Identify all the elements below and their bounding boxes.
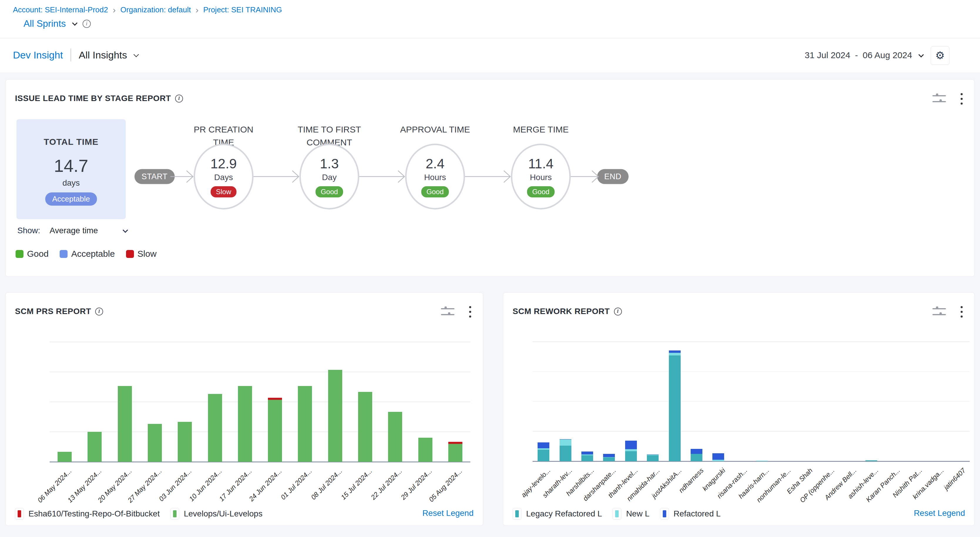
gear-icon: ⚙ — [935, 49, 945, 62]
bar-segment[interactable] — [603, 458, 615, 461]
stage-rating-badge: Slow — [211, 186, 237, 197]
legend-swatch — [660, 508, 669, 520]
bar-segment[interactable] — [581, 451, 593, 454]
reset-legend-link[interactable]: Reset Legend — [422, 508, 474, 518]
bar-segment[interactable] — [865, 460, 877, 461]
bar-segment[interactable] — [647, 455, 659, 455]
bar-segment[interactable] — [538, 450, 549, 461]
stage-node[interactable]: 12.9DaysSlow — [194, 144, 253, 210]
bar-segment[interactable] — [625, 441, 637, 450]
bar-segment[interactable] — [268, 400, 282, 462]
bar-segment[interactable] — [418, 438, 433, 462]
bar-segment[interactable] — [669, 356, 681, 461]
bar-segment[interactable] — [756, 461, 768, 461]
legend-item[interactable]: Levelops/Ui-Levelops — [170, 508, 262, 520]
dev-insight-link[interactable]: Dev Insight — [13, 49, 63, 61]
bar-segment[interactable] — [625, 449, 637, 451]
bar-segment[interactable] — [603, 454, 615, 457]
breadcrumb-item[interactable]: Organization: default — [121, 5, 191, 14]
x-axis-line — [533, 461, 970, 462]
bar-segment[interactable] — [268, 398, 282, 400]
legend-item[interactable]: New L — [612, 508, 649, 520]
bar-segment[interactable] — [448, 444, 462, 462]
sprint-selector-label: All Sprints — [24, 18, 66, 29]
reset-legend-link[interactable]: Reset Legend — [914, 508, 965, 518]
bar-segment[interactable] — [647, 454, 659, 455]
breadcrumb-item[interactable]: Project: SEI TRAINING — [203, 5, 282, 14]
bar-segment[interactable] — [388, 412, 402, 462]
x-tick-label: 15 Jul 2024... — [339, 467, 374, 502]
legend-label: Esha610/Testing-Repo-Of-Bitbucket — [29, 509, 160, 518]
lead-time-flow: STARTENDPR CREATION TIME12.9DaysSlowTIME… — [6, 79, 974, 276]
bar-segment[interactable] — [560, 439, 571, 440]
gridline — [49, 432, 470, 432]
insight-switcher[interactable]: All Insights — [79, 49, 127, 61]
flow-arrow — [253, 167, 299, 186]
legend-item[interactable]: Refactored L — [660, 508, 721, 520]
stage-node[interactable]: 2.4HoursGood — [405, 144, 465, 210]
plot-area — [49, 342, 470, 462]
chevron-down-icon[interactable] — [134, 52, 138, 57]
gridline — [533, 431, 970, 432]
issue-lead-time-panel: ISSUE LEAD TIME BY STAGE REPORT i TOTAL … — [5, 79, 975, 277]
stage-node[interactable]: 1.3DayGood — [299, 144, 359, 210]
bar-segment[interactable] — [298, 386, 312, 462]
bar-segment[interactable] — [560, 446, 571, 461]
flow-start-pill: START — [135, 169, 175, 184]
bar-segment[interactable] — [238, 386, 252, 462]
stage-value: 12.9 — [210, 156, 237, 172]
bar-segment[interactable] — [581, 454, 593, 455]
bar-segment[interactable] — [148, 424, 162, 462]
stage-node[interactable]: 11.4HoursGood — [511, 144, 571, 210]
bar-segment[interactable] — [538, 442, 549, 448]
bar-segment[interactable] — [538, 448, 549, 450]
date-range-start: 31 Jul 2024 — [805, 50, 850, 60]
flow-arrow — [170, 167, 194, 186]
gridline — [533, 371, 970, 372]
bar-segment[interactable] — [625, 451, 637, 461]
scm-rework-panel: SCM REWORK REPORT i ajay-levelo...sharat… — [503, 292, 975, 526]
bar-segment[interactable] — [690, 449, 702, 454]
bar-segment[interactable] — [581, 455, 593, 461]
legend-label: Levelops/Ui-Levelops — [184, 509, 262, 518]
settings-button[interactable]: ⚙ — [931, 46, 950, 65]
bar-segment[interactable] — [88, 432, 102, 462]
bar-segment[interactable] — [713, 453, 724, 460]
date-range-selector[interactable]: 31 Jul 2024 - 06 Aug 2024 — [805, 50, 923, 60]
legend-item[interactable]: Legacy Refactored L — [512, 508, 602, 520]
bar-segment[interactable] — [669, 351, 681, 353]
legend-label: Legacy Refactored L — [526, 509, 602, 518]
bar-segment[interactable] — [560, 440, 571, 445]
bar-segment[interactable] — [178, 422, 192, 462]
bar-segment[interactable] — [603, 457, 615, 458]
legend-item[interactable]: Esha610/Testing-Repo-Of-Bitbucket — [15, 508, 160, 520]
stage-value: 11.4 — [528, 156, 554, 172]
info-icon[interactable]: i — [83, 20, 91, 28]
flow-arrow — [359, 167, 405, 186]
sprint-selector[interactable]: All Sprints i — [24, 18, 91, 29]
legend-swatch-color — [173, 510, 177, 517]
chart-legend: Legacy Refactored LNew LRefactored L — [512, 508, 721, 520]
bar-segment[interactable] — [669, 353, 681, 356]
stage-title: MERGE TIME — [500, 123, 582, 136]
breadcrumb-item[interactable]: Account: SEI-Internal-Prod2 — [13, 5, 108, 14]
bar-segment[interactable] — [118, 386, 132, 462]
bar-segment[interactable] — [713, 460, 724, 461]
chevron-down-icon — [918, 52, 924, 57]
bar-segment[interactable] — [57, 452, 72, 462]
bar-segment[interactable] — [448, 442, 462, 444]
stage-rating-badge: Good — [315, 186, 344, 197]
bar-segment[interactable] — [647, 455, 659, 461]
legend-label: Refactored L — [674, 509, 721, 518]
stage-value: 2.4 — [426, 156, 444, 172]
legend-label: New L — [626, 509, 649, 518]
gridline — [49, 372, 470, 372]
top-bar: Account: SEI-Internal-Prod2›Organization… — [0, 0, 980, 38]
chevron-down-icon — [72, 20, 77, 25]
x-tick-label: 22 Jul 2024... — [369, 467, 404, 502]
bar-segment[interactable] — [208, 394, 222, 462]
x-tick-label: jatin6407 — [942, 467, 967, 491]
bar-segment[interactable] — [328, 370, 342, 462]
bar-segment[interactable] — [358, 392, 372, 462]
bar-segment[interactable] — [690, 454, 702, 461]
